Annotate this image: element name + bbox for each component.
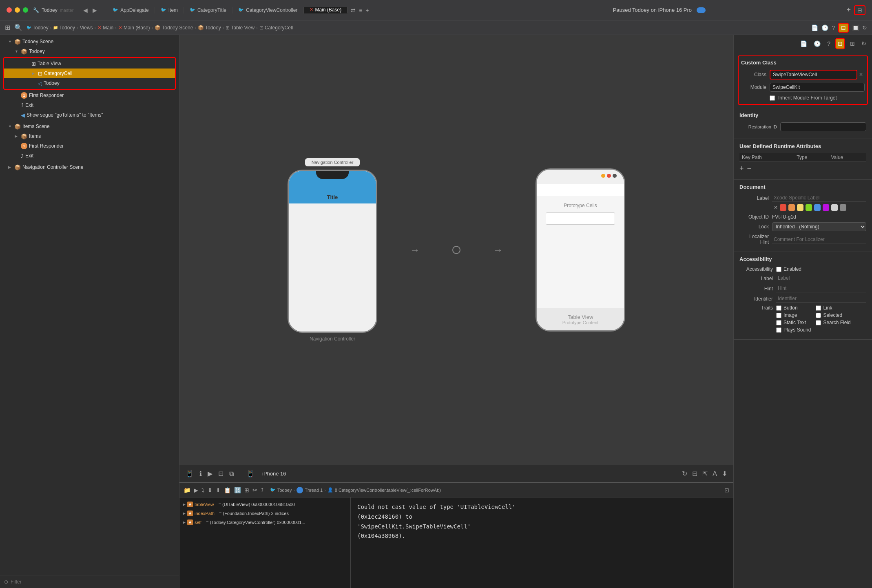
restoration-id-input[interactable] bbox=[780, 122, 866, 131]
refresh-btn[interactable]: ↻ bbox=[862, 24, 867, 31]
module-input[interactable] bbox=[770, 83, 865, 92]
play-btn[interactable]: ▶ bbox=[206, 469, 214, 479]
swatch-gray[interactable] bbox=[840, 204, 846, 211]
swatch-red[interactable] bbox=[780, 204, 786, 211]
back-button[interactable]: ◀ bbox=[82, 6, 89, 14]
rp-history-btn[interactable]: 🕐 bbox=[812, 39, 822, 49]
add-attr-btn[interactable]: + bbox=[739, 164, 744, 173]
debug-var-tableview[interactable]: ▶ A tableView = (UITableView) 0x00000001… bbox=[181, 500, 349, 509]
lock-select[interactable]: Inherited - (Nothing) bbox=[772, 222, 866, 231]
new-file-btn[interactable]: 📄 bbox=[811, 24, 818, 31]
sidebar-item-first-responder-1[interactable]: 1 First Responder bbox=[0, 91, 179, 100]
tab-categoryviewcontroller[interactable]: 🐦 CategoryViewController bbox=[232, 7, 304, 13]
device-selector-btn[interactable]: 📱 bbox=[184, 469, 195, 479]
tab-categorytitle[interactable]: 🐦 CategoryTitle bbox=[184, 7, 232, 13]
refresh-canvas-btn[interactable]: ↻ bbox=[681, 469, 688, 479]
close-button[interactable] bbox=[7, 7, 12, 13]
add-button[interactable]: + bbox=[846, 6, 851, 14]
trait-button-checkbox[interactable] bbox=[776, 305, 781, 311]
swatch-x-btn[interactable]: ✕ bbox=[774, 205, 778, 210]
class-clear-btn[interactable]: ✕ bbox=[857, 72, 865, 77]
doc-label-input[interactable] bbox=[772, 194, 866, 202]
bc-todoey-3[interactable]: 📦 Todoey bbox=[198, 25, 221, 31]
swatch-orange[interactable] bbox=[788, 204, 795, 211]
hint-input[interactable] bbox=[776, 285, 866, 292]
swatch-blue[interactable] bbox=[814, 204, 821, 211]
sidebar-item-todoey-back[interactable]: ◁ Todoey bbox=[4, 78, 175, 88]
sidebar-item-exit-1[interactable]: ⤴ Exit bbox=[0, 100, 179, 110]
swatch-purple[interactable] bbox=[823, 204, 829, 211]
swatch-green[interactable] bbox=[806, 204, 812, 211]
localizer-input[interactable] bbox=[772, 236, 866, 243]
rp-help-btn[interactable]: ? bbox=[826, 39, 832, 49]
zoom-btn[interactable]: ⇱ bbox=[701, 469, 709, 479]
sidebar-item-first-responder-2[interactable]: 1 First Responder bbox=[0, 141, 179, 151]
class-input[interactable] bbox=[770, 70, 857, 80]
tab-list-button[interactable]: ≡ bbox=[359, 7, 362, 13]
frame-btn[interactable]: ⊡ bbox=[217, 469, 225, 479]
inspector-btn[interactable]: 🔍 bbox=[14, 24, 22, 31]
acc-label-input[interactable] bbox=[776, 274, 866, 282]
tab-item[interactable]: 🐦 Item bbox=[155, 7, 184, 13]
bc-main[interactable]: ✕ Main bbox=[97, 25, 113, 31]
inspector2-btn[interactable]: 🔲 bbox=[852, 24, 859, 31]
sidebar-item-items[interactable]: ▶ 📦 Items bbox=[0, 131, 179, 141]
sidebar-item-category-cell[interactable]: ▶ ⊡ CategoryCell bbox=[4, 69, 175, 78]
debug-mem-btn[interactable]: 🔢 bbox=[234, 487, 241, 493]
download-btn[interactable]: ⬇ bbox=[721, 469, 728, 479]
rp-layout-btn[interactable]: ⊞ bbox=[848, 39, 857, 49]
bc-todoey-1[interactable]: 🐦 Todoey bbox=[27, 25, 49, 31]
panel-btn-red[interactable]: ⊟ bbox=[838, 23, 849, 33]
debug-view-btn[interactable]: ⊞ bbox=[244, 487, 249, 493]
remove-attr-btn[interactable]: − bbox=[747, 164, 752, 173]
tab-split-button[interactable]: ⇄ bbox=[351, 7, 356, 13]
debug-var-self[interactable]: ▶ A self = (Todoey.CategoryViewControlle… bbox=[181, 518, 349, 527]
bc-todoey-scene[interactable]: 📦 Todoey Scene bbox=[155, 25, 193, 31]
debug-step-in-btn[interactable]: ⬇ bbox=[208, 487, 212, 493]
accessibility-checkbox[interactable] bbox=[776, 267, 781, 272]
maximize-button[interactable] bbox=[23, 7, 28, 13]
tab-main[interactable]: ✕ Main (Base) bbox=[304, 7, 348, 13]
filter-input[interactable] bbox=[11, 579, 175, 585]
trait-link-checkbox[interactable] bbox=[816, 305, 821, 311]
rp-identity-btn[interactable]: ⊟ bbox=[835, 38, 845, 49]
device-portrait-btn[interactable]: 📱 bbox=[245, 469, 256, 479]
trait-image-checkbox[interactable] bbox=[776, 313, 781, 318]
trait-plays-sound-checkbox[interactable] bbox=[776, 327, 781, 333]
inherit-checkbox[interactable] bbox=[770, 95, 775, 101]
debug-vars-btn[interactable]: 📋 bbox=[224, 487, 231, 493]
rp-file-btn[interactable]: 📄 bbox=[799, 39, 809, 49]
trait-selected-checkbox[interactable] bbox=[816, 313, 821, 318]
swatch-light-gray[interactable] bbox=[831, 204, 838, 211]
bc-views[interactable]: Views bbox=[80, 25, 93, 31]
layout-btn[interactable]: ⊟ bbox=[691, 469, 699, 479]
debug-play-btn[interactable]: ▶ bbox=[194, 487, 198, 493]
tab-add-button[interactable]: + bbox=[365, 7, 369, 13]
history-btn[interactable]: 🕐 bbox=[821, 24, 828, 31]
text-size-btn[interactable]: A bbox=[711, 469, 718, 479]
debug-expand-btn[interactable]: ⊡ bbox=[724, 487, 729, 493]
bc-todoey-2[interactable]: 📁 Todoey bbox=[53, 25, 75, 31]
forward-button[interactable]: ▶ bbox=[91, 6, 99, 14]
debug-step-out-btn[interactable]: ⬆ bbox=[216, 487, 221, 493]
bc-category-cell[interactable]: ⊡ CategoryCell bbox=[259, 25, 293, 31]
bc-table-view[interactable]: ⊞ Table View bbox=[226, 25, 255, 31]
identifier-input[interactable] bbox=[776, 295, 866, 303]
info-btn[interactable]: ℹ bbox=[198, 469, 203, 479]
debug-more-btn[interactable]: ✂ bbox=[252, 487, 257, 493]
grid-view-btn[interactable]: ⊞ bbox=[5, 24, 10, 31]
bc-main-base[interactable]: ✕ Main (Base) bbox=[118, 25, 150, 31]
copy-btn[interactable]: ⧉ bbox=[228, 469, 235, 479]
debug-folder-btn[interactable]: 📁 bbox=[184, 487, 190, 493]
help-btn[interactable]: ? bbox=[832, 24, 835, 31]
debug-var-indexpath[interactable]: ▶ A indexPath = (Foundation.IndexPath) 2… bbox=[181, 509, 349, 518]
sidebar-toggle-button[interactable]: ⊟ bbox=[854, 5, 865, 15]
swatch-yellow[interactable] bbox=[797, 204, 803, 211]
sidebar-item-segue[interactable]: ◀ Show segue "goToItems" to "Items" bbox=[0, 110, 179, 120]
rp-refresh-btn[interactable]: ↻ bbox=[860, 39, 868, 49]
tab-appdelegate[interactable]: 🐦 AppDelegate bbox=[107, 7, 155, 13]
sidebar-item-table-view[interactable]: ⊞ Table View bbox=[4, 59, 175, 69]
sidebar-item-todoey-scene[interactable]: ▼ 📦 Todoey Scene bbox=[0, 37, 179, 46]
sidebar-item-items-scene[interactable]: ▼ 📦 Items Scene bbox=[0, 122, 179, 131]
debug-step-over-btn[interactable]: ⤵ bbox=[201, 487, 204, 493]
